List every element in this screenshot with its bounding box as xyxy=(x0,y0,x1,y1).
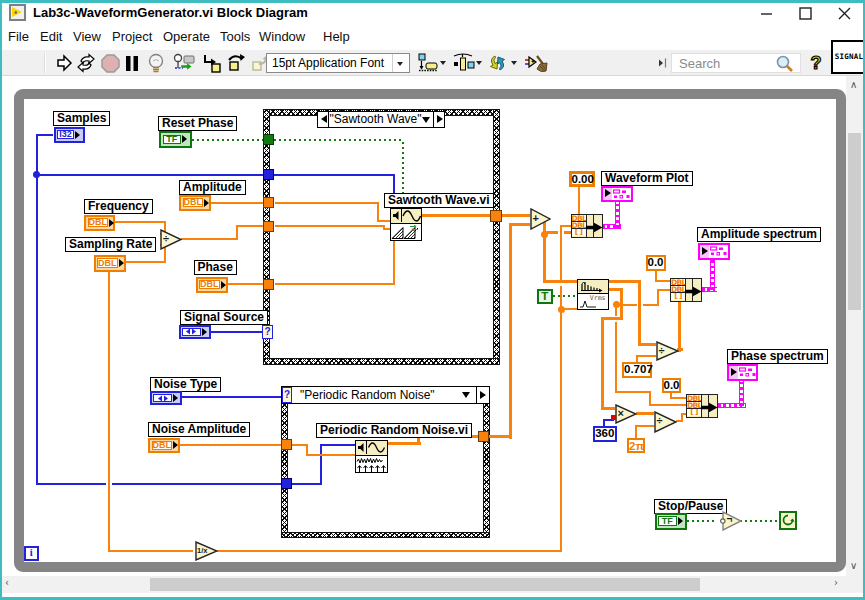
tunnel-noise-amplitude[interactable] xyxy=(281,439,292,450)
amplitude-spectrum-bundle[interactable]: DBL DBL [ ] xyxy=(670,278,702,302)
label-phase-spectrum[interactable]: Phase spectrum xyxy=(727,349,828,364)
wire-t0-const[interactable] xyxy=(578,186,580,214)
wire-signal-source[interactable] xyxy=(211,331,263,333)
case2-border-right[interactable] xyxy=(483,403,490,538)
divide-node-3[interactable]: ÷ xyxy=(654,411,677,437)
wire-samples-prn[interactable] xyxy=(320,444,322,485)
wire-samples[interactable] xyxy=(36,134,38,484)
wire-phase-spectrum[interactable] xyxy=(739,380,744,406)
wire-amplitude-case1[interactable] xyxy=(377,202,379,223)
wire-noise-amplitude[interactable] xyxy=(180,444,281,446)
vertical-scroll-thumb[interactable] xyxy=(848,133,861,310)
terminal-frequency[interactable]: DBL xyxy=(84,215,115,231)
wire-samples-case2[interactable] xyxy=(36,483,106,485)
wire-add-out-spectrum[interactable] xyxy=(543,280,577,283)
terminal-noise-amplitude[interactable]: DBL xyxy=(148,438,180,454)
wire-true-const[interactable] xyxy=(553,295,578,297)
label-phase[interactable]: Phase xyxy=(194,260,237,275)
wire-div1-out[interactable] xyxy=(181,238,238,240)
terminal-samples[interactable]: I32 xyxy=(54,127,85,143)
case-prev-icon[interactable] xyxy=(318,112,329,127)
wire-prn-up[interactable] xyxy=(509,223,512,439)
multiply-node[interactable]: × xyxy=(615,404,637,428)
not-node[interactable]: ¬ xyxy=(720,511,742,535)
wire-noise-type[interactable] xyxy=(182,396,281,398)
tunnel-sawtooth-out[interactable] xyxy=(490,210,502,222)
constant-0.707[interactable]: 0.707 xyxy=(622,362,652,378)
build-waveform-bundle[interactable]: DBL DBL [ ] xyxy=(571,214,603,238)
wire-2pi[interactable] xyxy=(635,425,654,427)
wire-df-down[interactable] xyxy=(615,322,617,393)
wire-freq-case1[interactable] xyxy=(383,228,390,230)
wire-samples-case1[interactable] xyxy=(274,174,394,176)
wire-frequency[interactable] xyxy=(115,221,166,223)
wire-stop-pause[interactable] xyxy=(687,520,717,522)
label-amplitude-spectrum[interactable]: Amplitude spectrum xyxy=(697,227,821,242)
tunnel-reset-phase[interactable] xyxy=(263,134,274,145)
tunnel-prn-out[interactable] xyxy=(478,431,489,442)
wire-prn-out[interactable] xyxy=(388,442,421,445)
wire-spec-mag[interactable] xyxy=(638,343,656,346)
wire-phase-case1[interactable] xyxy=(275,283,395,285)
wire-not-output[interactable] xyxy=(740,520,779,522)
wire-waveform-plot[interactable] xyxy=(615,201,620,228)
label-amplitude[interactable]: Amplitude xyxy=(179,180,246,195)
horizontal-scrollbar[interactable]: ‹ › xyxy=(0,576,846,593)
constant-360[interactable]: 360 xyxy=(593,426,617,442)
wire-samples-prn[interactable] xyxy=(320,444,355,446)
case1-border-right[interactable] xyxy=(493,109,500,365)
wire-df-bundle2[interactable] xyxy=(657,289,670,291)
tunnel-phase[interactable] xyxy=(263,279,274,290)
wire-reset-phase[interactable] xyxy=(192,139,264,141)
wire-phase[interactable] xyxy=(227,283,264,285)
label-noise-amplitude[interactable]: Noise Amplitude xyxy=(148,422,250,437)
terminal-phase-spectrum[interactable] xyxy=(727,364,758,381)
case2-selector-label[interactable]: "Periodic Random Noise" xyxy=(292,389,462,402)
label-stop-pause[interactable]: Stop/Pause xyxy=(654,499,727,514)
case1-selector[interactable]: "Sawtooth Wave" xyxy=(317,111,445,128)
iteration-terminal[interactable]: i xyxy=(24,546,40,561)
terminal-reset-phase[interactable]: TF xyxy=(159,131,192,148)
constant-2pi[interactable]: 2π xyxy=(627,438,645,454)
wire-freq-case1[interactable] xyxy=(275,225,385,227)
divide-node-1[interactable]: ÷ xyxy=(160,229,182,254)
scroll-up-icon[interactable]: ∧ xyxy=(850,79,857,90)
label-frequency[interactable]: Frequency xyxy=(84,199,153,214)
constant-0.0-a[interactable]: 0.0 xyxy=(646,255,666,271)
label-sawtooth-vi[interactable]: Sawtooth Wave.vi xyxy=(384,193,494,208)
wire-t0b-const[interactable] xyxy=(670,397,687,399)
terminal-amplitude-spectrum[interactable] xyxy=(698,243,730,260)
case2-border-left[interactable] xyxy=(281,403,288,538)
wire-spec-phase[interactable] xyxy=(601,407,615,410)
terminal-amplitude[interactable]: DBL xyxy=(179,195,211,211)
wire-samples-case2[interactable] xyxy=(112,483,281,485)
reciprocal-node[interactable]: 1/x xyxy=(195,541,218,565)
tunnel-samples-case2[interactable] xyxy=(281,478,292,489)
constant-true[interactable]: T xyxy=(537,289,553,304)
scroll-right-icon[interactable]: › xyxy=(834,577,838,588)
periodic-random-noise-vi[interactable] xyxy=(355,440,388,473)
wire-spec-mag[interactable] xyxy=(638,280,641,344)
wire-dt[interactable] xyxy=(560,225,562,281)
wire-spec-phase[interactable] xyxy=(601,317,604,410)
wire-amplitude-case1[interactable] xyxy=(377,220,390,222)
wire-mul-out[interactable] xyxy=(636,412,654,415)
case-next-icon[interactable] xyxy=(433,112,444,127)
wire-amplitude-spectrum[interactable] xyxy=(710,259,715,290)
wire-dt[interactable] xyxy=(217,550,562,552)
wire-add-out-spectrum[interactable] xyxy=(543,234,546,282)
wire-spec-mag[interactable] xyxy=(609,280,642,283)
case-dropdown-icon[interactable] xyxy=(462,392,470,398)
wire-reset-phase-case1[interactable] xyxy=(402,139,404,194)
case-dropdown-icon[interactable] xyxy=(422,117,430,123)
terminal-waveform-plot[interactable] xyxy=(601,186,633,202)
wire-div1-out[interactable] xyxy=(236,225,264,227)
wire-prn-up[interactable] xyxy=(509,223,530,226)
spectrum-measurement-vi[interactable]: Vrms xyxy=(577,279,609,310)
vertical-scrollbar[interactable]: ∧ ∨ xyxy=(846,76,863,576)
phase-spectrum-bundle[interactable]: DBL DBL [ ] xyxy=(686,394,718,418)
case2-border-bottom[interactable] xyxy=(281,532,490,539)
label-waveform-plot[interactable]: Waveform Plot xyxy=(601,171,693,186)
wire-sawtooth-out[interactable] xyxy=(421,214,490,217)
case1-border-bottom[interactable] xyxy=(263,358,500,365)
